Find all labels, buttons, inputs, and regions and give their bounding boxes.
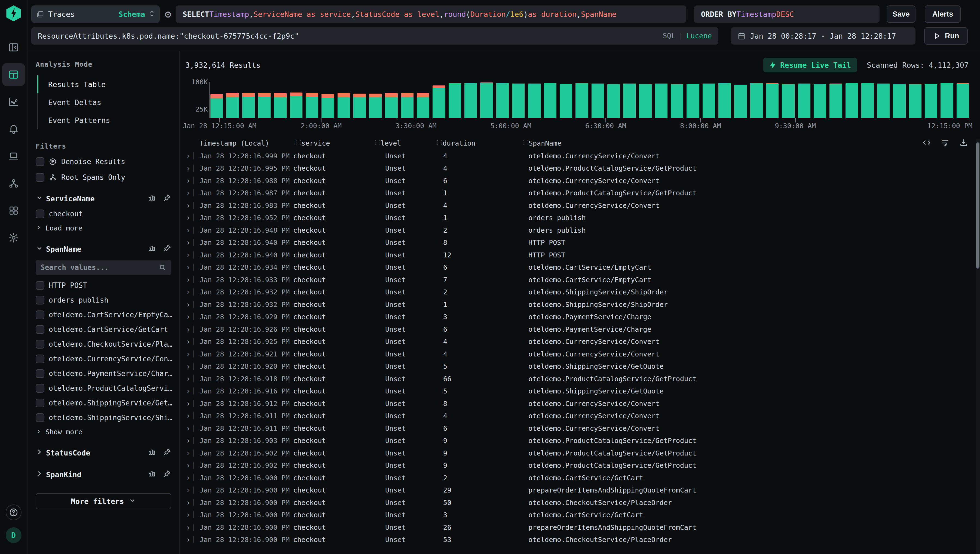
- table-row[interactable]: ›Jan 28 12:28:16.900 PMcheckoutUnset2ote…: [180, 471, 980, 484]
- spanname-show-more[interactable]: Show more: [36, 428, 171, 436]
- expand-row-icon[interactable]: ›: [186, 498, 191, 507]
- histogram-bar[interactable]: [385, 93, 397, 118]
- expand-row-icon[interactable]: ›: [186, 337, 191, 346]
- histogram-bar[interactable]: [782, 84, 794, 118]
- table-row[interactable]: ›Jan 28 12:28:16.911 PMcheckoutUnset4ote…: [180, 410, 980, 422]
- spanname-value[interactable]: oteldemo.CheckoutService/Pla…: [36, 340, 171, 349]
- histogram-bar[interactable]: [893, 84, 905, 118]
- denoise-checkbox[interactable]: [36, 157, 45, 166]
- nav-chart-explorer[interactable]: [2, 90, 25, 113]
- events-histogram[interactable]: 100K25K Jan 28 12:15:00 AM2:00:00 AM3:30…: [180, 79, 980, 131]
- table-row[interactable]: ›Jan 28 12:28:16.934 PMcheckoutUnset6ote…: [180, 261, 980, 274]
- nav-sessions[interactable]: [2, 145, 25, 168]
- search-query-input[interactable]: ResourceAttributes.k8s.pod.name:"checkou…: [31, 27, 719, 45]
- chart-toggle-icon[interactable]: [147, 470, 155, 479]
- expand-row-icon[interactable]: ›: [186, 176, 191, 185]
- expand-row-icon[interactable]: ›: [186, 461, 191, 470]
- histogram-bar[interactable]: [369, 94, 382, 118]
- histogram-bar[interactable]: [575, 83, 588, 118]
- expand-row-icon[interactable]: ›: [186, 362, 191, 371]
- histogram-bar[interactable]: [956, 83, 969, 118]
- histogram-bar[interactable]: [353, 94, 366, 118]
- spanname-value[interactable]: oteldemo.CartService/EmptyCa…: [36, 310, 171, 319]
- table-row[interactable]: ›Jan 28 12:28:16.987 PMcheckoutUnset1ote…: [180, 187, 980, 199]
- more-filters-button[interactable]: More filters: [36, 493, 171, 509]
- table-row[interactable]: ›Jan 28 12:28:16.916 PMcheckoutUnset5ote…: [180, 385, 980, 398]
- expand-row-icon[interactable]: ›: [186, 238, 191, 247]
- servicename-value-checkout[interactable]: checkout: [36, 210, 171, 218]
- histogram-bar[interactable]: [274, 93, 286, 118]
- value-checkbox[interactable]: [36, 399, 45, 408]
- expand-row-icon[interactable]: ›: [186, 201, 191, 210]
- table-row[interactable]: ›Jan 28 12:28:16.912 PMcheckoutUnset8ote…: [180, 397, 980, 410]
- lang-sql[interactable]: SQL: [663, 32, 676, 40]
- user-avatar[interactable]: D: [6, 527, 22, 543]
- spanname-value[interactable]: oteldemo.PaymentService/Char…: [36, 369, 171, 378]
- expand-row-icon[interactable]: ›: [186, 473, 191, 482]
- run-button[interactable]: Run: [924, 27, 968, 45]
- table-row[interactable]: ›Jan 28 12:28:16.900 PMcheckoutUnset26pr…: [180, 521, 980, 533]
- histogram-bar[interactable]: [480, 83, 493, 118]
- table-row[interactable]: ›Jan 28 12:28:16.925 PMcheckoutUnset4ote…: [180, 336, 980, 348]
- histogram-bar[interactable]: [417, 93, 429, 118]
- column-header-timestamp-local-[interactable]: Timestamp (Local): [199, 139, 269, 147]
- expand-row-icon[interactable]: ›: [186, 275, 191, 284]
- expand-row-icon[interactable]: ›: [186, 399, 191, 408]
- expand-row-icon[interactable]: ›: [186, 226, 191, 234]
- column-drag-handle[interactable]: ⋮⋮: [293, 139, 301, 146]
- histogram-bar[interactable]: [242, 93, 255, 118]
- table-row[interactable]: ›Jan 28 12:28:16.920 PMcheckoutUnset5ote…: [180, 360, 980, 373]
- table-row[interactable]: ›Jan 28 12:28:16.903 PMcheckoutUnset9ote…: [180, 435, 980, 447]
- histogram-bar[interactable]: [766, 83, 779, 118]
- expand-row-icon[interactable]: ›: [186, 288, 191, 296]
- histogram-bar[interactable]: [671, 84, 683, 118]
- histogram-bar[interactable]: [449, 83, 461, 118]
- spanname-value[interactable]: oteldemo.ShippingService/Shi…: [36, 413, 171, 422]
- table-row[interactable]: ›Jan 28 12:28:16.902 PMcheckoutUnset9ote…: [180, 459, 980, 472]
- table-row[interactable]: ›Jan 28 12:28:16.900 PMcheckoutUnset50ot…: [180, 496, 980, 509]
- histogram-bar[interactable]: [734, 84, 747, 118]
- section-spanname-header[interactable]: SpanName: [36, 244, 171, 254]
- nav-dashboards[interactable]: [2, 199, 25, 222]
- histogram-bar[interactable]: [940, 83, 953, 118]
- expand-row-icon[interactable]: ›: [186, 511, 191, 519]
- column-header-level[interactable]: level: [381, 139, 401, 147]
- expand-row-icon[interactable]: ›: [186, 300, 191, 309]
- column-header-spanname[interactable]: SpanName: [529, 139, 561, 147]
- table-row[interactable]: ›Jan 28 12:28:16.983 PMcheckoutUnset4ote…: [180, 199, 980, 212]
- histogram-bar[interactable]: [703, 84, 715, 118]
- histogram-bar[interactable]: [560, 84, 572, 118]
- root-spans-checkbox[interactable]: [36, 173, 45, 182]
- column-header-duration[interactable]: duration: [443, 139, 475, 147]
- time-range-picker[interactable]: Jan 28 00:28:17 - Jan 28 12:28:17: [731, 27, 915, 45]
- save-button[interactable]: Save: [887, 5, 915, 23]
- expand-row-icon[interactable]: ›: [186, 535, 191, 544]
- histogram-bar[interactable]: [655, 84, 668, 118]
- table-row[interactable]: ›Jan 28 12:28:16.900 PMcheckoutUnset29pr…: [180, 484, 980, 497]
- expand-row-icon[interactable]: ›: [186, 486, 191, 495]
- download-icon[interactable]: [959, 138, 968, 147]
- value-checkbox[interactable]: [36, 369, 45, 378]
- histogram-bar[interactable]: [861, 83, 874, 118]
- histogram-bar[interactable]: [290, 92, 303, 118]
- histogram-bar[interactable]: [877, 84, 890, 118]
- chart-toggle-icon[interactable]: [147, 244, 155, 254]
- checkout-checkbox[interactable]: [36, 210, 45, 218]
- value-checkbox[interactable]: [36, 281, 45, 290]
- expand-row-icon[interactable]: ›: [186, 263, 191, 272]
- histogram-bar[interactable]: [464, 83, 477, 118]
- table-row[interactable]: ›Jan 28 12:28:16.929 PMcheckoutUnset3ote…: [180, 311, 980, 323]
- sql-select-editor[interactable]: SELECT Timestamp, ServiceName as service…: [175, 5, 686, 23]
- table-row[interactable]: ›Jan 28 12:28:16.900 PMcheckoutUnset53ot…: [180, 533, 980, 546]
- spanname-search-input[interactable]: Search values...: [36, 260, 171, 275]
- histogram-bar[interactable]: [925, 84, 937, 118]
- analysis-mode-item-results-table[interactable]: Results Table: [37, 75, 171, 93]
- chart-toggle-icon[interactable]: [147, 448, 155, 458]
- histogram-bar[interactable]: [433, 86, 445, 118]
- histogram-bar[interactable]: [544, 83, 556, 118]
- expand-row-icon[interactable]: ›: [186, 349, 191, 358]
- app-logo-icon[interactable]: [5, 5, 22, 22]
- table-row[interactable]: ›Jan 28 12:28:16.921 PMcheckoutUnset4ote…: [180, 348, 980, 360]
- table-row[interactable]: ›Jan 28 12:28:16.918 PMcheckoutUnset66ot…: [180, 373, 980, 385]
- histogram-bar[interactable]: [719, 83, 731, 118]
